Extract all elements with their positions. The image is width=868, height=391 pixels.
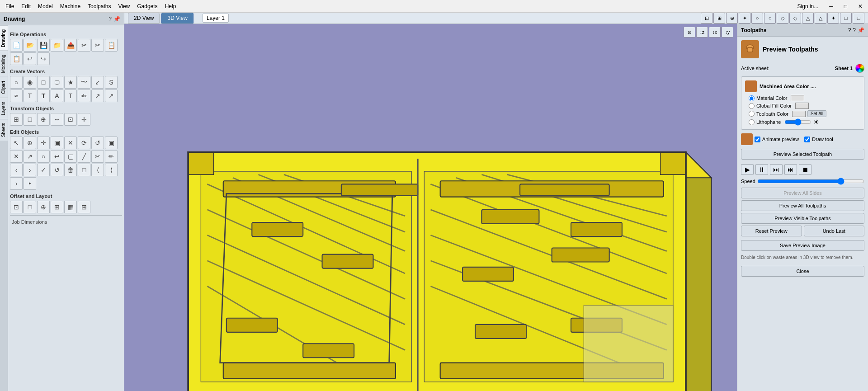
maximize-button[interactable]: □ bbox=[840, 2, 851, 10]
skip-end-button[interactable]: ⏭ bbox=[784, 164, 797, 175]
left-panel-help-icon[interactable]: ? bbox=[108, 16, 112, 22]
menu-model[interactable]: Model bbox=[34, 2, 57, 10]
menu-machine[interactable]: Machine bbox=[57, 2, 84, 10]
animate-preview-checkbox[interactable] bbox=[755, 137, 760, 142]
rectangle-tool[interactable]: □ bbox=[37, 76, 50, 89]
preview-selected-toolpath-button[interactable]: Preview Selected Toolpath bbox=[741, 149, 864, 160]
toolpath-color-option[interactable]: Toolpath Color Set All bbox=[749, 110, 860, 117]
cut-btn[interactable]: ✂ bbox=[78, 39, 90, 52]
arrow2-tool[interactable]: ↗ bbox=[105, 90, 118, 102]
spline-tool[interactable]: S bbox=[105, 76, 118, 89]
lithophane-radio[interactable] bbox=[749, 119, 755, 125]
next-tool[interactable]: ⟩ bbox=[105, 164, 118, 176]
new-file-btn[interactable]: 📄 bbox=[10, 39, 23, 52]
view-icon-9[interactable]: △ bbox=[802, 13, 814, 24]
lithophane-slider[interactable] bbox=[784, 118, 811, 126]
preview-all-sides-button[interactable]: Preview All Sides bbox=[741, 188, 864, 198]
menu-edit[interactable]: Edit bbox=[18, 2, 34, 10]
group-tool[interactable]: □ bbox=[24, 113, 36, 126]
view-icon-12[interactable]: □ bbox=[840, 13, 852, 24]
move-tool[interactable]: ✛ bbox=[78, 113, 90, 126]
lithophane-option[interactable]: Lithophane ☀ bbox=[749, 118, 860, 126]
scissor-btn[interactable]: ✂ bbox=[91, 39, 104, 52]
arc-tool[interactable]: ↙ bbox=[91, 76, 104, 89]
trim-tool[interactable]: ✂ bbox=[91, 150, 104, 163]
align-tool[interactable]: ⊞ bbox=[10, 113, 23, 126]
text-tool[interactable]: T bbox=[24, 90, 36, 102]
set-all-button[interactable]: Set All bbox=[807, 110, 826, 117]
polygon-tool[interactable]: ⬡ bbox=[51, 76, 63, 89]
boundary-tool[interactable]: ▣ bbox=[51, 137, 63, 149]
node-tool[interactable]: ⊕ bbox=[24, 137, 36, 149]
prev-tool[interactable]: ⟨ bbox=[91, 164, 104, 176]
vtab-drawing[interactable]: Drawing bbox=[0, 25, 8, 51]
view-3d-icon-4[interactable]: ↕y bbox=[722, 27, 733, 38]
circle-tool[interactable]: ○ bbox=[10, 76, 23, 89]
mirror-tool[interactable]: ↔ bbox=[51, 113, 63, 126]
vtab-layers[interactable]: Layers bbox=[0, 98, 8, 119]
offset-lay-tool[interactable]: ⊡ bbox=[10, 201, 23, 213]
delete-tool[interactable]: ✕ bbox=[64, 137, 77, 149]
color-wheel-icon[interactable] bbox=[855, 64, 864, 73]
menu-file[interactable]: File bbox=[2, 2, 18, 10]
view-icon-6[interactable]: ○ bbox=[764, 13, 776, 24]
menu-view[interactable]: View bbox=[114, 2, 133, 10]
preview-visible-toolpaths-button[interactable]: Preview Visible Toolpaths bbox=[741, 213, 864, 224]
reset-preview-button[interactable]: Reset Preview bbox=[741, 226, 802, 236]
view-icon-10[interactable]: △ bbox=[815, 13, 826, 24]
text2-tool[interactable]: T bbox=[37, 90, 50, 102]
undo-last-button[interactable]: Undo Last bbox=[804, 226, 865, 236]
open-folder-btn[interactable]: 📁 bbox=[51, 39, 63, 52]
right-panel-pin-icon[interactable]: 📌 bbox=[858, 27, 864, 33]
wave-tool[interactable]: ≈ bbox=[10, 90, 23, 102]
close-button[interactable]: Close bbox=[741, 266, 864, 277]
scale-tool[interactable]: ⊡ bbox=[64, 113, 77, 126]
view-icon-8[interactable]: ◇ bbox=[789, 13, 801, 24]
curve-tool[interactable]: 〜 bbox=[78, 76, 90, 89]
center-tool[interactable]: ⊕ bbox=[37, 113, 50, 126]
save-preview-image-button[interactable]: Save Preview Image bbox=[741, 240, 864, 251]
join-tool[interactable]: ✛ bbox=[37, 137, 50, 149]
rotate2-tool[interactable]: ↺ bbox=[91, 137, 104, 149]
view-icon-5[interactable]: ○ bbox=[751, 13, 763, 24]
check-tool[interactable]: ✓ bbox=[37, 164, 50, 176]
arrow-tool[interactable]: ↗ bbox=[91, 90, 104, 102]
star-tool[interactable]: ★ bbox=[64, 76, 77, 89]
copy-btn[interactable]: 📋 bbox=[105, 39, 118, 52]
rotate-tool[interactable]: ⟳ bbox=[78, 137, 90, 149]
pause-button[interactable]: ⏸ bbox=[755, 164, 768, 175]
material-color-option[interactable]: Material Color bbox=[749, 95, 860, 101]
menu-toolpaths[interactable]: Toolpaths bbox=[84, 2, 114, 10]
vtab-modeling[interactable]: Modeling bbox=[0, 51, 8, 77]
view-icon-3[interactable]: ⊕ bbox=[726, 13, 738, 24]
open-file-btn[interactable]: 📂 bbox=[24, 39, 36, 52]
nest-tool[interactable]: □ bbox=[24, 201, 36, 213]
view-3d-icon-3[interactable]: ↕x bbox=[709, 27, 721, 38]
skip-forward-button[interactable]: ⏭ bbox=[770, 164, 783, 175]
end-tool[interactable]: ‣ bbox=[24, 177, 36, 190]
vtab-clipart[interactable]: Clipart bbox=[0, 77, 8, 98]
save-file-btn[interactable]: 💾 bbox=[37, 39, 50, 52]
offset-tool[interactable]: ↩ bbox=[51, 150, 63, 163]
ellipse-tool[interactable]: ◉ bbox=[24, 76, 36, 89]
fwd-tool[interactable]: › bbox=[10, 177, 23, 190]
view-3d-icon-2[interactable]: ↕z bbox=[696, 27, 708, 38]
view-icon-7[interactable]: ◇ bbox=[777, 13, 788, 24]
menu-help[interactable]: Help bbox=[161, 2, 180, 10]
view-3d-icon-1[interactable]: ⊡ bbox=[684, 27, 695, 38]
right-panel-question-icon[interactable]: ? bbox=[853, 27, 856, 33]
global-fill-color-option[interactable]: Global Fill Color bbox=[749, 103, 860, 109]
extend-tool[interactable]: ↗ bbox=[24, 150, 36, 163]
select-tool[interactable]: ↖ bbox=[10, 137, 23, 149]
material-color-radio[interactable] bbox=[749, 95, 755, 101]
close-window-button[interactable]: ✕ bbox=[854, 2, 866, 10]
tab-2d-view[interactable]: 2D View bbox=[128, 13, 160, 24]
sharp-tool[interactable]: › bbox=[24, 164, 36, 176]
inlay-tool[interactable]: ▢ bbox=[64, 150, 77, 163]
array2-tool[interactable]: ⊞ bbox=[78, 201, 90, 213]
export-btn[interactable]: 📤 bbox=[64, 39, 77, 52]
mirror2-tool[interactable]: ↺ bbox=[51, 164, 63, 176]
view-icon-1[interactable]: ⊡ bbox=[701, 13, 712, 24]
stop-button[interactable]: ⏹ bbox=[799, 164, 811, 175]
view-icon-13[interactable]: □ bbox=[853, 13, 864, 24]
